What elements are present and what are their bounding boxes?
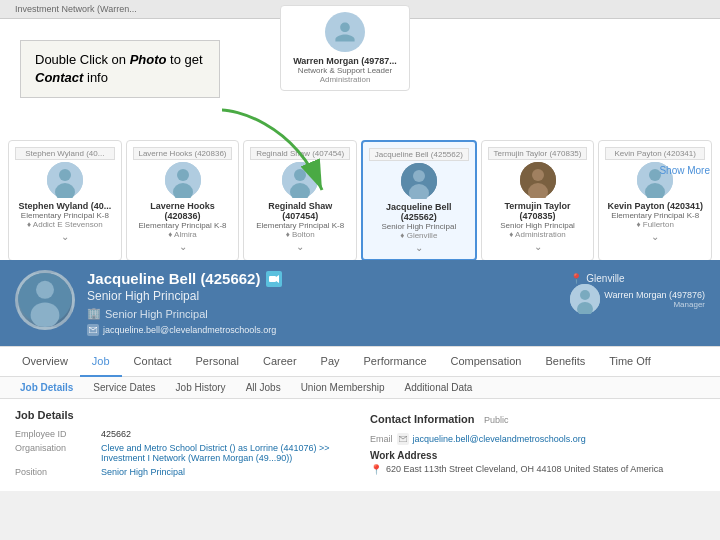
card-expand-arrow-0[interactable]: ⌄ [15, 231, 115, 242]
top-card-name: Warren Morgan (49787... [287, 56, 403, 66]
main-container: Investment Network (Warren... Double Cli… [0, 0, 720, 540]
contact-section-title: Contact Information [370, 413, 475, 425]
profile-location-row: 📍 Glenville [570, 273, 705, 284]
tab-career[interactable]: Career [251, 347, 309, 377]
email-label: Email [370, 434, 393, 444]
video-call-icon[interactable] [266, 271, 282, 287]
card-expand-arrow-3[interactable]: ⌄ [369, 242, 469, 253]
card-expand-arrow-5[interactable]: ⌄ [605, 231, 705, 242]
sub-tab-job-details[interactable]: Job Details [10, 377, 83, 398]
card-expand-arrow-4[interactable]: ⌄ [488, 241, 588, 252]
tab-overview[interactable]: Overview [10, 347, 80, 377]
job-field-row-1: OrganisationCleve and Metro School Distr… [15, 443, 350, 463]
profile-name: Jacqueline Bell (425662) [87, 270, 260, 287]
svg-point-8 [294, 169, 306, 181]
manager-role: Manager [604, 300, 705, 309]
card-name-4: Termujin Taylor (470835) [488, 201, 588, 221]
card-avatar-0 [47, 162, 83, 198]
profile-photo [15, 270, 75, 330]
org-card-4[interactable]: Termujin Taylor (470835)Termujin Taylor … [481, 140, 595, 260]
card-dept-4: ♦ Administration [488, 230, 588, 239]
org-card-3[interactable]: Jacqueline Bell (425562)Jacqueline Bell … [361, 140, 477, 260]
tooltip-box: Double Click on Photo to get Contact inf… [20, 40, 220, 98]
profile-right-section: 📍 Glenville Warren Morgan (497876) Manag… [570, 270, 705, 314]
work-address-section: Work Address 📍 620 East 113th Street Cle… [370, 450, 705, 475]
card-name-1: Laverne Hooks (420836) [133, 201, 233, 221]
contact-email-row: Email jacqueline.bell@clevelandmetroscho… [370, 433, 705, 445]
card-expand-arrow-2[interactable]: ⌄ [250, 241, 350, 252]
top-card-dept: Administration [287, 75, 403, 84]
card-name-5: Kevin Payton (420341) [605, 201, 705, 211]
tab-contact[interactable]: Contact [122, 347, 184, 377]
manager-name: Warren Morgan (497876) [604, 290, 705, 300]
org-card-5[interactable]: Kevin Payton (420341)Kevin Payton (42034… [598, 140, 712, 260]
profile-email-row: jacqueline.bell@clevelandmetroschools.or… [87, 324, 558, 336]
contact-email-value: jacqueline.bell@clevelandmetroschools.or… [413, 434, 586, 444]
svg-rect-22 [269, 276, 276, 282]
sub-tab-all-jobs[interactable]: All Jobs [236, 377, 291, 398]
card-dept-1: ♦ Almira [133, 230, 233, 239]
org-card-1[interactable]: Laverne Hooks (420836)Laverne Hooks (420… [126, 140, 240, 260]
work-address-value: 620 East 113th Street Cleveland, OH 4410… [386, 464, 663, 474]
card-avatar-2 [282, 162, 318, 198]
card-title-5: Elementary Principal K-8 [605, 211, 705, 220]
card-expand-arrow-1[interactable]: ⌄ [133, 241, 233, 252]
profile-section: Jacqueline Bell (425662) Senior High Pri… [0, 260, 720, 346]
org-card-0[interactable]: Stephen Wyland (40...Stephen Wyland (40.… [8, 140, 122, 260]
work-address-label: Work Address [370, 450, 705, 461]
sub-tab-service-dates[interactable]: Service Dates [83, 377, 165, 398]
job-field-value-2: Senior High Principal [101, 467, 185, 477]
sub-tab-additional-data[interactable]: Additional Data [395, 377, 483, 398]
job-field-row-2: PositionSenior High Principal [15, 467, 350, 477]
org-card-2[interactable]: Reginald Shaw (407454)Reginald Shaw (407… [243, 140, 357, 260]
org-top-card[interactable]: Warren Morgan (49787... Network & Suppor… [280, 5, 410, 91]
profile-location-text: Glenville [586, 273, 624, 284]
job-details-title: Job Details [15, 409, 350, 421]
profile-photo-icon [18, 270, 72, 327]
profile-name-row: Jacqueline Bell (425662) [87, 270, 558, 287]
svg-marker-23 [276, 275, 279, 283]
org-chart-section: Investment Network (Warren... Double Cli… [0, 0, 720, 260]
job-field-label-0: Employee ID [15, 429, 95, 439]
profile-info: Jacqueline Bell (425662) Senior High Pri… [87, 270, 558, 336]
top-card-avatar [325, 12, 365, 52]
show-more-button[interactable]: Show More [659, 165, 710, 176]
profile-role: Senior High Principal [87, 289, 558, 303]
card-dept-5: ♦ Fullerton [605, 220, 705, 229]
card-dept-3: ♦ Glenville [369, 231, 469, 240]
tab-job[interactable]: Job [80, 347, 122, 377]
contact-info-header: Contact Information Public [370, 409, 705, 427]
card-title-2: Elementary Principal K-8 [250, 221, 350, 230]
top-card-title: Network & Support Leader [287, 66, 403, 75]
tab-benefits[interactable]: Benefits [533, 347, 597, 377]
contact-email-icon [397, 433, 409, 445]
tab-compensation[interactable]: Compensation [439, 347, 534, 377]
card-title-3: Senior High Principal [369, 222, 469, 231]
job-field-label-2: Position [15, 467, 95, 477]
job-details-panel: Job Details Employee ID425662Organisatio… [15, 409, 350, 481]
card-avatar-3 [401, 163, 437, 199]
person-icon [333, 20, 357, 44]
svg-point-14 [532, 169, 544, 181]
contact-info-panel: Contact Information Public Email jacquel… [370, 409, 705, 481]
tab-pay[interactable]: Pay [309, 347, 352, 377]
svg-point-11 [413, 170, 425, 182]
tabs-section: OverviewJobContactPersonalCareerPayPerfo… [0, 346, 720, 399]
job-field-value-0: 425662 [101, 429, 131, 439]
tab-time-off[interactable]: Time Off [597, 347, 663, 377]
sub-tab-union-membership[interactable]: Union Membership [291, 377, 395, 398]
tab-performance[interactable]: Performance [352, 347, 439, 377]
svg-point-5 [177, 169, 189, 181]
map-pin-icon: 📍 [370, 464, 382, 475]
card-title-0: Elementary Principal K-8 [15, 211, 115, 220]
job-field-label-1: Organisation [15, 443, 95, 453]
job-field-value-1: Cleve and Metro School District () as Lo… [101, 443, 350, 463]
profile-sub-role-text: Senior High Principal [105, 308, 208, 320]
profile-email-text: jacqueline.bell@clevelandmetroschools.or… [103, 325, 276, 335]
building-icon: 🏢 [87, 307, 101, 320]
work-address-text: 📍 620 East 113th Street Cleveland, OH 44… [370, 464, 705, 475]
tab-personal[interactable]: Personal [184, 347, 251, 377]
sub-tab-job-history[interactable]: Job History [166, 377, 236, 398]
job-field-row-0: Employee ID425662 [15, 429, 350, 439]
card-dept-2: ♦ Bolton [250, 230, 350, 239]
